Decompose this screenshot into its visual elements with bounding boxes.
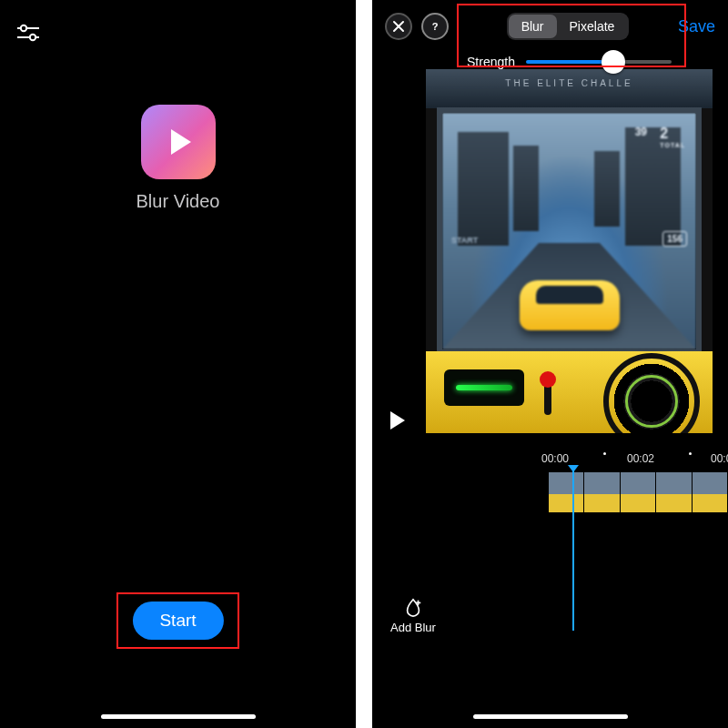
playhead[interactable] [572, 470, 574, 631]
time-ruler: 00:00 00:02 00:04 [372, 452, 728, 470]
strength-label: Strength [467, 55, 515, 69]
help-icon: ? [429, 20, 441, 33]
droplet-plus-icon [403, 597, 423, 617]
time-label-1: 00:02 [627, 452, 654, 465]
hud-score: 39 [635, 126, 647, 138]
tab-pixelate[interactable]: Pixelate [557, 15, 628, 38]
arcade-dashboard [426, 351, 713, 433]
svg-text:?: ? [432, 21, 439, 32]
hud-speed: 156 [662, 231, 687, 247]
video-preview: THE ELITE CHALLE 39 2 TOTAL 156 START [426, 69, 713, 433]
time-label-2: 00:04 [711, 452, 728, 465]
svg-point-3 [30, 35, 35, 40]
hud-start-tag: START [451, 236, 478, 245]
slider-track [526, 60, 672, 64]
filmstrip-frame [693, 472, 728, 512]
welcome-screen: Blur Video Start [0, 0, 356, 728]
slider-thumb[interactable] [602, 50, 625, 74]
home-indicator[interactable] [101, 714, 256, 719]
close-icon [392, 20, 405, 33]
add-blur-button[interactable]: Add Blur [390, 597, 436, 634]
arcade-steering-wheel [603, 353, 700, 433]
start-button[interactable]: Start [132, 602, 223, 640]
app-title: Blur Video [0, 191, 356, 212]
hud-total: 2 TOTAL [660, 126, 685, 148]
add-blur-label: Add Blur [390, 621, 436, 634]
tab-blur[interactable]: Blur [509, 15, 557, 38]
dashboard-display [444, 369, 524, 406]
filmstrip[interactable] [549, 472, 728, 512]
svg-marker-4 [171, 129, 191, 155]
game-screen: 39 2 TOTAL 156 START [442, 113, 696, 349]
strength-slider[interactable] [526, 48, 672, 76]
help-button[interactable]: ? [421, 13, 449, 40]
editor-screen: ? Blur Pixelate Save Strength THE ELITE … [372, 0, 728, 728]
filmstrip-frame [584, 472, 620, 512]
game-car [520, 280, 620, 330]
settings-icon[interactable] [16, 24, 40, 42]
svg-point-1 [21, 25, 26, 31]
arcade-screen-frame: 39 2 TOTAL 156 START [437, 107, 702, 355]
save-button[interactable]: Save [678, 17, 715, 36]
timeline: 00:00 00:02 00:04 Add Blur [372, 452, 728, 662]
time-label-0: 00:00 [541, 452, 569, 465]
effect-segmented-control: Blur Pixelate [507, 13, 630, 40]
home-indicator[interactable] [473, 714, 628, 719]
filmstrip-frame [656, 472, 692, 512]
strength-control: Strength [467, 48, 672, 76]
play-button[interactable] [390, 411, 405, 430]
play-icon [160, 124, 197, 160]
filmstrip-frame [549, 472, 584, 512]
filmstrip-frame [621, 472, 656, 512]
close-button[interactable] [385, 13, 412, 40]
app-icon [141, 105, 216, 179]
arcade-shifter [544, 382, 551, 415]
editor-toolbar: ? Blur Pixelate Save [372, 13, 728, 40]
